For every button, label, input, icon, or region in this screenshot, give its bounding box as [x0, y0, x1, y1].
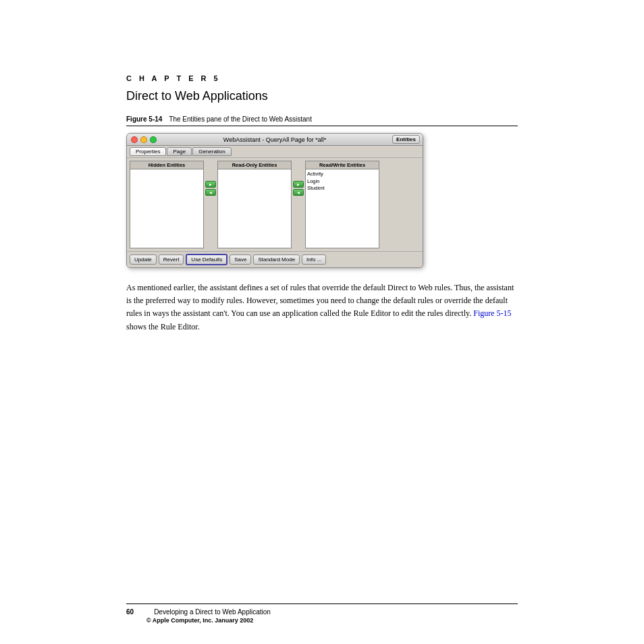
move-from-readwrite-button[interactable]	[293, 189, 304, 196]
move-from-readonly-button[interactable]	[205, 189, 216, 196]
entity-activity[interactable]: Activity	[307, 171, 377, 178]
footer-copyright: © Apple Computer, Inc. January 2002	[146, 617, 253, 624]
update-button[interactable]: Update	[130, 254, 157, 265]
chapter-title: Direct to Web Applications	[126, 89, 518, 103]
readonly-entities-content	[218, 169, 291, 244]
page-number: 60	[126, 608, 134, 616]
readonly-entities-header: Read-Only Entities	[218, 161, 291, 169]
save-button[interactable]: Save	[230, 254, 251, 265]
revert-button[interactable]: Revert	[159, 254, 184, 265]
readonly-section: Read-Only Entities	[205, 161, 292, 248]
tab-generation[interactable]: Generation	[192, 147, 232, 156]
content-area: C H A P T E R 5 Direct to Web Applicatio…	[126, 0, 518, 383]
move-to-readonly-button[interactable]	[205, 181, 216, 188]
chapter-label: C H A P T E R 5	[126, 74, 518, 82]
footer-copyright-row: © Apple Computer, Inc. January 2002	[126, 617, 518, 624]
move-to-readwrite-button[interactable]	[293, 181, 304, 188]
hidden-entities-col: Hidden Entities	[130, 161, 204, 248]
mac-footer: Update Revert Use Defaults Save Standard…	[127, 251, 423, 267]
minimize-button[interactable]	[140, 136, 147, 143]
maximize-button[interactable]	[150, 136, 157, 143]
footer-title: Developing a Direct to Web Application	[154, 608, 271, 616]
entity-student[interactable]: Student	[307, 185, 377, 192]
mac-titlebar: WebAssistant - QueryAll Page for *all* E…	[127, 134, 423, 146]
info-button[interactable]: Info ...	[302, 254, 326, 265]
hidden-entities-header: Hidden Entities	[130, 161, 203, 169]
body-paragraph: As mentioned earlier, the assistant defi…	[126, 281, 518, 333]
entity-login[interactable]: Login	[307, 178, 377, 186]
figure-link[interactable]: Figure 5-15	[473, 308, 511, 318]
readwrite-entities-content: Activity Login Student	[306, 169, 379, 244]
tab-page[interactable]: Page	[167, 147, 192, 156]
standard-mode-button[interactable]: Standard Mode	[253, 254, 300, 265]
figure-caption-text: The Entities pane of the Direct to Web A…	[169, 115, 312, 123]
readwrite-entities-list: Activity Login Student	[307, 171, 377, 192]
entities-button[interactable]: Entities	[392, 135, 420, 144]
readwrite-entities-header: Read/Write Entities	[306, 161, 379, 169]
readonly-entities-col: Read-Only Entities	[217, 161, 292, 248]
hidden-entities-content	[130, 169, 203, 244]
mac-window: WebAssistant - QueryAll Page for *all* E…	[126, 133, 423, 268]
mac-window-buttons	[131, 136, 157, 143]
page: C H A P T E R 5 Direct to Web Applicatio…	[0, 0, 644, 644]
figure-label: Figure 5-14	[126, 115, 162, 123]
footer-main-row: 60 Developing a Direct to Web Applicatio…	[126, 608, 518, 616]
readwrite-entities-col: Read/Write Entities Activity Login Stude…	[305, 161, 379, 248]
tab-properties[interactable]: Properties	[130, 147, 166, 156]
right-arrows	[293, 181, 304, 196]
page-footer: 60 Developing a Direct to Web Applicatio…	[126, 603, 518, 624]
figure-caption-row: Figure 5-14 The Entities pane of the Dir…	[126, 115, 518, 126]
close-button[interactable]	[131, 136, 138, 143]
use-defaults-button[interactable]: Use Defaults	[186, 254, 227, 265]
mac-toolbar: Properties Page Generation	[127, 146, 423, 158]
entities-columns: Hidden Entities Read-Only Entities	[130, 161, 420, 248]
readwrite-section: Read/Write Entities Activity Login Stude…	[293, 161, 379, 248]
left-arrows	[205, 181, 216, 196]
window-title: WebAssistant - QueryAll Page for *all*	[223, 136, 326, 143]
mac-body: Hidden Entities Read-Only Entities	[127, 158, 423, 251]
